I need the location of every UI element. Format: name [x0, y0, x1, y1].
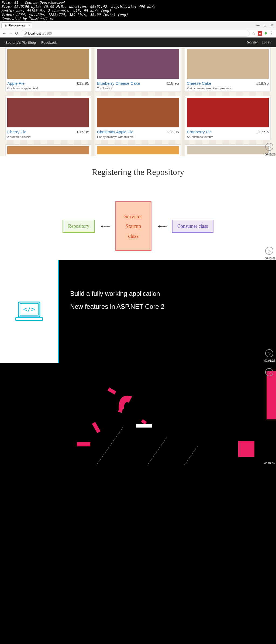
- close-window-icon[interactable]: ✕: [271, 23, 273, 27]
- pie-card[interactable]: Cherry Pie £15.95 A summer classic!: [5, 96, 91, 140]
- pie-image-partial: [187, 146, 269, 154]
- address-bar: ← → ⟳ ⓘ localhost:30160 ☆ ■ ⬢ ⋮: [0, 29, 276, 38]
- pie-card[interactable]: Cheese Cake £18.95 Plain cheese cake. Pl…: [185, 47, 271, 92]
- page-icon: 🗎: [4, 24, 7, 27]
- window-controls: — ☐ ✕: [256, 23, 273, 27]
- timestamp-2: 00:00:42: [264, 257, 275, 260]
- browser-chrome: 🗎 Pie overview × — ☐ ✕ ← → ⟳ ⓘ localhost…: [0, 21, 276, 38]
- services-line3: class: [124, 231, 143, 241]
- pie-card[interactable]: Cranberry Pie £17.95 A Christmas favorit…: [185, 96, 271, 140]
- url-port: :30160: [42, 32, 52, 35]
- pie-image: [187, 98, 269, 127]
- pink-shape: [141, 419, 147, 425]
- svg-text:</>: </>: [23, 306, 35, 313]
- white-shape: [136, 424, 152, 428]
- thumbnail-frame-1: 🗎 Pie overview × — ☐ ✕ ← → ⟳ ⓘ localhost…: [0, 21, 276, 156]
- pie-image-partial: [97, 146, 179, 154]
- extension-icons: ■ ⬢ ⋮: [258, 31, 274, 36]
- pink-shape: [238, 441, 254, 457]
- url-input[interactable]: ⓘ localhost:30160: [21, 30, 250, 37]
- pie-image: [97, 49, 179, 79]
- url-host: localhost: [28, 32, 41, 35]
- thumbnail-frame-3: </> Build a fully working application Ne…: [0, 260, 276, 363]
- size-line: Size: 6249106 bytes (5.96 MiB), duration…: [1, 5, 275, 9]
- pie-price: £15.95: [77, 130, 89, 134]
- feedback-link[interactable]: Feedback: [41, 40, 57, 45]
- browser-tab[interactable]: 🗎 Pie overview ×: [1, 22, 32, 28]
- content-area: Apple Pie £12.95 Our famous apple pies! …: [0, 47, 276, 156]
- pink-shape: [267, 371, 276, 419]
- pink-shape: [77, 442, 90, 446]
- pie-description: Plain cheese cake. Plain pleasure.: [187, 87, 269, 90]
- dashed-line: [182, 446, 198, 465]
- play-icon: ▷: [265, 349, 273, 357]
- services-line2: Startup: [124, 221, 143, 231]
- diagram: Repository ◄············· Services Start…: [5, 201, 271, 251]
- pie-description: You'll love it!: [97, 87, 179, 90]
- reload-icon[interactable]: ⟳: [15, 31, 19, 36]
- slide-content: Build a fully working application New fe…: [59, 260, 276, 363]
- pie-card[interactable]: Christmas Apple Pie £13.95 Happy holiday…: [95, 96, 181, 140]
- forward-icon[interactable]: →: [9, 31, 13, 36]
- pie-price: £18.95: [167, 81, 179, 86]
- slide-sidebar: </>: [0, 260, 59, 363]
- pie-image: [187, 49, 269, 79]
- dashed-line: [143, 438, 167, 465]
- pie-name-link[interactable]: Apple Pie: [7, 81, 25, 86]
- video-metadata: File: 01 - Course Overview.mp4 Size: 624…: [0, 0, 276, 21]
- pie-name-link[interactable]: Cheese Cake: [187, 81, 211, 86]
- play-icon: ▷: [265, 143, 273, 151]
- file-line: File: 01 - Course Overview.mp4: [1, 1, 275, 5]
- close-icon[interactable]: ×: [28, 23, 30, 27]
- star-icon[interactable]: ☆: [252, 31, 256, 36]
- slide-title: Registering the Repository: [5, 167, 271, 177]
- pie-card[interactable]: Apple Pie £12.95 Our famous apple pies!: [5, 47, 91, 92]
- pie-image: [7, 98, 89, 127]
- timestamp-3: 00:01:02: [264, 359, 275, 362]
- pie-price: £17.95: [256, 130, 269, 134]
- menu-icon[interactable]: ⋮: [270, 31, 274, 36]
- thumbnail-frame-2: Registering the Repository Repository ◄·…: [0, 156, 276, 260]
- brand-link[interactable]: Bethany's Pie Shop: [5, 40, 36, 45]
- navbar: Bethany's Pie Shop Feedback Register Log…: [0, 38, 276, 47]
- services-box: Services Startup class: [115, 201, 151, 251]
- pie-price: £13.95: [167, 130, 179, 134]
- pie-name-link[interactable]: Christmas Apple Pie: [97, 130, 133, 134]
- pie-shop-app: Bethany's Pie Shop Feedback Register Log…: [0, 38, 276, 156]
- register-link[interactable]: Register: [246, 40, 258, 44]
- timestamp-1: 00:00:22: [264, 153, 275, 156]
- consumer-box: Consumer class: [172, 220, 213, 233]
- pie-image-partial: [7, 146, 89, 154]
- arrow-left: ◄·············: [100, 224, 110, 228]
- play-icon: ▷: [265, 368, 273, 376]
- info-icon[interactable]: ⓘ: [24, 31, 27, 36]
- arrow-right: ◄·············: [157, 224, 167, 228]
- pie-grid: Apple Pie £12.95 Our famous apple pies! …: [5, 47, 271, 140]
- thumbnail-frame-4: ▷ 00:01:38: [0, 363, 276, 465]
- pie-price: £12.95: [77, 81, 89, 86]
- minimize-icon[interactable]: —: [256, 23, 260, 27]
- pie-price: £18.95: [256, 81, 269, 86]
- pie-description: Happy holidays with this pie!: [97, 135, 179, 138]
- login-link[interactable]: Log in: [262, 40, 271, 44]
- extension-icon-2[interactable]: ⬢: [264, 31, 268, 36]
- extension-icon-1[interactable]: ■: [258, 31, 262, 36]
- pie-name-link[interactable]: Blueberry Cheese Cake: [97, 81, 140, 86]
- maximize-icon[interactable]: ☐: [264, 23, 267, 27]
- laptop-icon: </>: [13, 299, 45, 324]
- timestamp-4: 00:01:38: [264, 462, 275, 465]
- audio-line: Audio: aac, 44100 Hz, 2 channels, s16, 9…: [1, 9, 275, 13]
- pie-card[interactable]: Blueberry Cheese Cake £18.95 You'll love…: [95, 47, 181, 92]
- pie-description: Our famous apple pies!: [7, 87, 89, 90]
- pie-name-link[interactable]: Cherry Pie: [7, 130, 26, 134]
- generated-line: Generated by Thumbnail me: [1, 17, 275, 21]
- pink-shape: [108, 387, 116, 394]
- tab-bar: 🗎 Pie overview × — ☐ ✕: [0, 21, 276, 29]
- svg-rect-2: [16, 318, 43, 320]
- pie-name-link[interactable]: Cranberry Pie: [187, 130, 212, 134]
- back-icon[interactable]: ←: [2, 31, 6, 36]
- play-icon: ▷: [265, 247, 273, 255]
- partial-row: [5, 144, 271, 156]
- bullet-2: New features in ASP.NET Core 2: [70, 300, 265, 313]
- pie-description: A Christmas favorite: [187, 135, 269, 138]
